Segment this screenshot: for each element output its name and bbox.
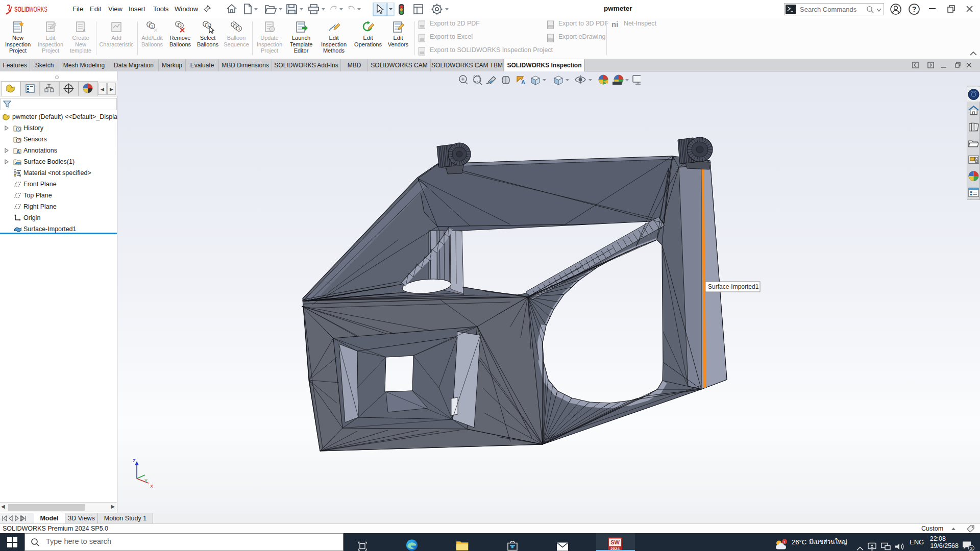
svg-text:1: 1 — [151, 24, 153, 28]
svg-text:Z: Z — [133, 458, 136, 463]
svg-text:A: A — [16, 149, 20, 155]
svg-text:1: 1 — [783, 540, 786, 544]
svg-text:SW: SW — [610, 539, 620, 545]
svg-text:2: 2 — [180, 24, 182, 28]
svg-text:?: ? — [912, 5, 917, 13]
svg-text:2: 2 — [970, 546, 972, 551]
svg-text:WORKS: WORKS — [29, 4, 47, 13]
svg-text:SOLID: SOLID — [14, 4, 30, 13]
svg-text:3: 3 — [238, 27, 240, 31]
svg-text:Surface-Imported1: Surface-Imported1 — [708, 283, 759, 290]
svg-text:1: 1 — [207, 24, 209, 28]
svg-text:Y: Y — [144, 478, 148, 483]
svg-text:X: X — [150, 484, 153, 489]
svg-text:A: A — [521, 79, 525, 85]
svg-text:A: A — [83, 28, 86, 33]
